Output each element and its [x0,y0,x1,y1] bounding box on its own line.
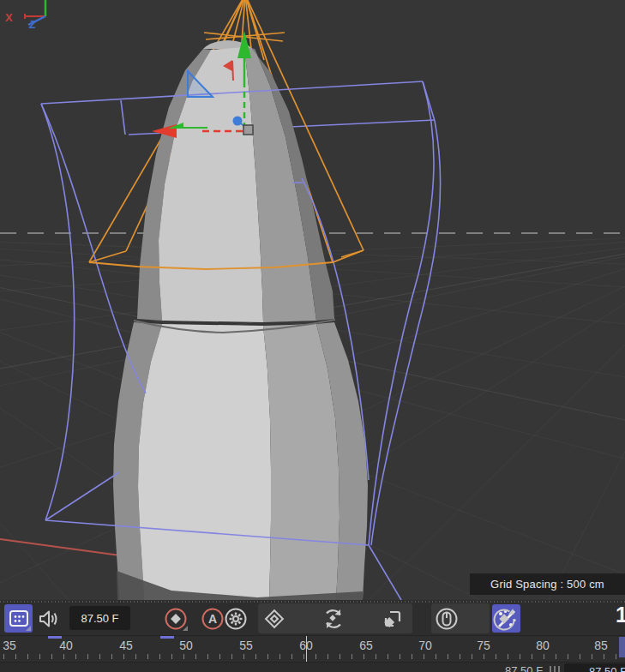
current-frame-field[interactable]: 87.50 F [69,606,130,630]
timeline-ruler[interactable]: 35 40 45 50 55 60 65 70 75 80 85 [0,635,625,662]
x-axis-ground-line [0,539,120,555]
application-window: X Z Grid Spacing : 500 cm [0,0,625,672]
scale-keyframe-icon [382,608,404,630]
animation-toolbar: 87.50 F A [0,600,625,635]
speaker-icon [38,609,60,629]
ruler-label: 45 [113,639,139,652]
keyframe-filter-panel [258,603,412,633]
preview-end-value: 87.50 F [589,665,625,672]
current-frame-value: 87.50 F [81,612,118,625]
ruler-label: 40 [53,639,79,652]
ruler-label: 80 [530,639,556,652]
world-axis-indicator: X Z [0,0,60,34]
scale-keyframe-button[interactable] [378,604,406,633]
rotation-keyframe-icon [322,607,346,631]
rotation-keyframe-button[interactable] [319,604,347,633]
keyframe-settings-gear-icon [224,607,248,631]
sound-button[interactable] [34,604,63,633]
keyframe-settings-button[interactable] [221,604,249,633]
timeline-playhead[interactable] [306,636,307,662]
ruler-ticks [3,654,625,659]
autokey-mouse-icon [435,607,459,631]
grid-spacing-label: Grid Spacing : 500 cm [490,578,604,591]
submenu-corner [183,626,188,631]
preview-start-value: 87.50 F [505,664,543,672]
autokey-mouse-button[interactable] [432,604,460,633]
axis-x-label: X [5,11,13,24]
submenu-corner [26,626,31,631]
ruler-label: 65 [353,639,379,652]
autokey-letter: A [207,612,216,626]
viewport-canvas [0,0,625,600]
range-grip-icon[interactable] [550,666,561,672]
timeline-edge-marker [619,637,625,657]
timeline-marker[interactable] [160,636,174,639]
position-keyframe-button[interactable] [260,604,288,633]
3d-viewport[interactable]: X Z Grid Spacing : 500 cm [0,0,625,600]
keyframe-preset-button[interactable] [490,604,518,633]
ruler-label: 35 [0,639,22,652]
solo-camera-button[interactable] [4,604,33,633]
overflow-frame-digit: 1 [616,603,625,627]
ruler-label: 50 [173,639,199,652]
gizmo-origin-handle[interactable] [243,125,253,135]
ruler-label: 70 [412,639,438,652]
autokey-mode-panel [431,603,490,633]
ruler-label: 85 [588,639,614,652]
grid-spacing-hud: Grid Spacing : 500 cm [470,573,625,595]
axis-z-label: Z [28,18,37,31]
preview-end-field[interactable]: 87.50 F [564,663,625,672]
position-keyframe-icon [263,608,285,630]
ruler-label: 75 [471,639,496,652]
preview-range-row: 87.50 F 87.50 F [0,662,625,672]
ruler-label: 55 [233,639,259,652]
keyframe-preset-icon [492,607,516,631]
record-keyframe-button[interactable] [161,604,189,633]
